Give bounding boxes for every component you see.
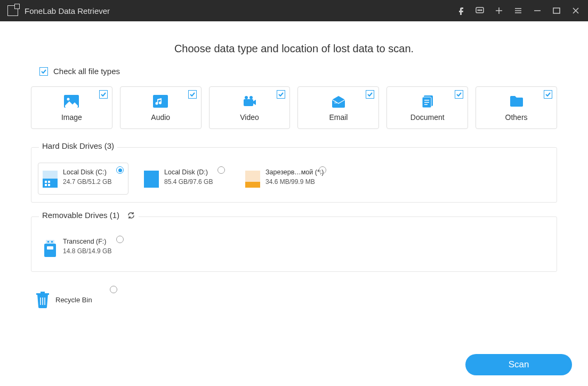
scan-button[interactable]: Scan <box>465 354 572 375</box>
removable-title: Removable Drives (1) <box>42 211 119 220</box>
svg-point-3 <box>481 10 482 11</box>
check-all-row[interactable]: Check all file types <box>39 67 549 76</box>
drive-radio[interactable] <box>116 236 124 243</box>
facebook-icon[interactable] <box>456 6 465 15</box>
svg-point-2 <box>479 10 480 11</box>
type-label: Email <box>329 113 348 122</box>
drive-d[interactable]: Local Disk (D:) 85.4 GB/97.6 GB <box>139 163 230 195</box>
drive-name: Local Disk (C:) <box>63 168 111 176</box>
check-all-label: Check all file types <box>53 67 120 76</box>
drive-size: 14.8 GB/14.9 GB <box>63 247 111 255</box>
type-checkbox[interactable] <box>544 90 552 99</box>
drive-name: Local Disk (D:) <box>164 168 213 176</box>
svg-rect-10 <box>244 99 253 106</box>
trash-icon <box>35 291 50 308</box>
menu-icon[interactable] <box>513 6 523 15</box>
svg-point-6 <box>67 98 70 101</box>
type-email[interactable]: Email <box>297 86 379 129</box>
image-icon <box>64 94 79 109</box>
close-icon[interactable] <box>571 6 581 15</box>
type-label: Video <box>240 113 259 122</box>
removable-section: Removable Drives (1) Transcend (F:) 14.8… <box>31 216 557 272</box>
drive-radio[interactable] <box>319 166 326 174</box>
drive-name: Transcend (F:) <box>63 238 111 245</box>
type-grid: Image Audio Video Email Document Others <box>31 86 557 129</box>
svg-rect-20 <box>245 171 260 182</box>
svg-point-9 <box>249 96 253 99</box>
svg-rect-18 <box>48 184 50 186</box>
svg-rect-24 <box>51 241 53 243</box>
type-checkbox[interactable] <box>455 90 463 99</box>
maximize-icon[interactable] <box>552 6 561 15</box>
document-icon <box>420 94 435 109</box>
window-controls <box>456 6 581 15</box>
minimize-icon[interactable] <box>533 6 542 15</box>
video-icon <box>242 94 257 109</box>
type-others[interactable]: Others <box>476 86 557 129</box>
disk-icon <box>43 171 58 190</box>
titlebar: FoneLab Data Retriever <box>0 0 588 21</box>
svg-rect-26 <box>47 246 53 250</box>
type-label: Audio <box>151 113 170 122</box>
svg-rect-21 <box>245 182 260 188</box>
type-video[interactable]: Video <box>209 86 291 129</box>
recycle-bin-option[interactable]: Recycle Bin <box>31 286 122 313</box>
svg-rect-22 <box>46 240 54 244</box>
drive-size: 24.7 GB/51.2 GB <box>63 178 111 186</box>
drive-reserved[interactable]: Зарезерв…мой (*:) 34.6 MB/99.9 MB <box>240 163 331 195</box>
svg-rect-23 <box>47 241 49 243</box>
check-all-checkbox[interactable] <box>39 67 48 76</box>
drive-c[interactable]: Local Disk (C:) 24.7 GB/51.2 GB <box>38 163 128 195</box>
drive-radio[interactable] <box>218 166 225 174</box>
svg-rect-19 <box>144 171 159 188</box>
type-label: Image <box>61 113 82 122</box>
disk-icon <box>144 171 159 190</box>
svg-rect-16 <box>48 181 50 183</box>
email-icon <box>331 94 346 109</box>
drive-size: 34.6 MB/99.9 MB <box>265 178 324 186</box>
recycle-label: Recycle Bin <box>55 296 92 304</box>
hdd-section: Hard Disk Drives (3) Local Disk (C:) 24.… <box>31 147 557 203</box>
type-checkbox[interactable] <box>277 90 285 99</box>
usb-icon <box>43 240 58 259</box>
svg-point-1 <box>478 10 479 11</box>
plus-icon[interactable] <box>494 6 504 15</box>
audio-icon <box>153 94 168 109</box>
type-image[interactable]: Image <box>31 86 112 129</box>
app-logo-icon <box>7 5 18 16</box>
feedback-icon[interactable] <box>475 6 485 15</box>
page-heading: Choose data type and location of lost da… <box>31 43 557 55</box>
svg-rect-4 <box>553 8 560 13</box>
drive-name: Зарезерв…мой (*:) <box>265 168 324 176</box>
type-checkbox[interactable] <box>366 90 374 99</box>
folder-icon <box>509 94 524 109</box>
svg-rect-13 <box>43 171 58 179</box>
svg-rect-17 <box>45 184 47 186</box>
type-checkbox[interactable] <box>99 90 108 99</box>
type-label: Others <box>505 113 528 122</box>
type-checkbox[interactable] <box>188 90 197 99</box>
drive-usb[interactable]: Transcend (F:) 14.8 GB/14.9 GB <box>38 232 128 264</box>
type-label: Document <box>410 113 445 122</box>
recycle-radio[interactable] <box>110 286 117 293</box>
app-title: FoneLab Data Retriever <box>25 6 456 15</box>
svg-point-8 <box>245 96 248 99</box>
drive-radio[interactable] <box>116 166 124 174</box>
svg-rect-7 <box>153 95 168 108</box>
type-audio[interactable]: Audio <box>120 86 202 129</box>
hdd-title: Hard Disk Drives (3) <box>39 141 117 150</box>
refresh-icon[interactable] <box>127 211 135 220</box>
type-document[interactable]: Document <box>386 86 468 129</box>
svg-rect-25 <box>44 244 56 257</box>
drive-size: 85.4 GB/97.6 GB <box>164 178 213 186</box>
svg-rect-15 <box>45 181 47 183</box>
svg-rect-14 <box>43 179 58 188</box>
disk-icon <box>245 171 260 190</box>
